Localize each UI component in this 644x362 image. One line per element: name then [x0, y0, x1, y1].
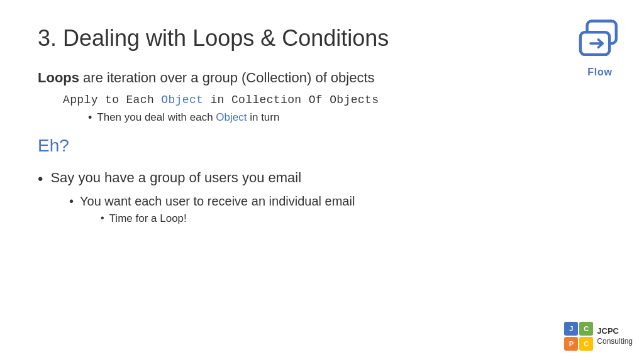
code-before: Apply to Each [63, 94, 161, 106]
code-line: Apply to Each Object in Collection Of Ob… [63, 94, 606, 106]
bullet-sub-after: in turn [247, 111, 279, 123]
code-object: Object [161, 94, 203, 106]
bullet-object-in-turn: Then you deal with each Object in turn [88, 111, 606, 124]
bullet-sub-text: Then you deal with each Object in turn [97, 111, 279, 124]
flow-logo: Flow [575, 14, 625, 78]
slide: 3. Dealing with Loops & Conditions Loops… [0, 0, 644, 362]
loops-rest: are iteration over a group (Collection) … [79, 70, 375, 85]
jcpc-logo: J C P C JCPC Consulting [564, 322, 633, 351]
jcpc-c2-cell: C [579, 337, 593, 351]
code-after: in Collection Of Objects [203, 94, 379, 106]
flow-label: Flow [587, 67, 613, 78]
jcpc-j-cell: J [564, 322, 578, 336]
jcpc-name: JCPC [597, 326, 633, 337]
loops-bold: Loops [38, 70, 79, 85]
bullet-time-for-loop: Time for a Loop! [101, 212, 606, 225]
bullet-main-text: Say you have a group of users you email [50, 170, 301, 186]
loops-intro-line: Loops are iteration over a group (Collec… [38, 69, 606, 87]
bullet-individual-email: You want each user to receive an individ… [69, 194, 606, 209]
bullet-level2-text: You want each user to receive an individ… [80, 194, 355, 209]
bullet-sub-before: Then you deal with each [97, 111, 216, 123]
bullet-level3-text: Time for a Loop! [109, 212, 187, 225]
slide-title: 3. Dealing with Loops & Conditions [38, 25, 606, 52]
bullet-sub-blue: Object [216, 111, 247, 123]
jcpc-text: JCPC Consulting [597, 326, 633, 346]
jcpc-grid: J C P C [564, 322, 593, 351]
jcpc-p-cell: P [564, 337, 578, 351]
bullet-main-users: Say you have a group of users you email [38, 170, 606, 188]
jcpc-c1-cell: C [579, 322, 593, 336]
jcpc-sub: Consulting [597, 337, 633, 347]
eh-heading: Eh? [38, 136, 606, 156]
flow-icon [575, 14, 625, 64]
